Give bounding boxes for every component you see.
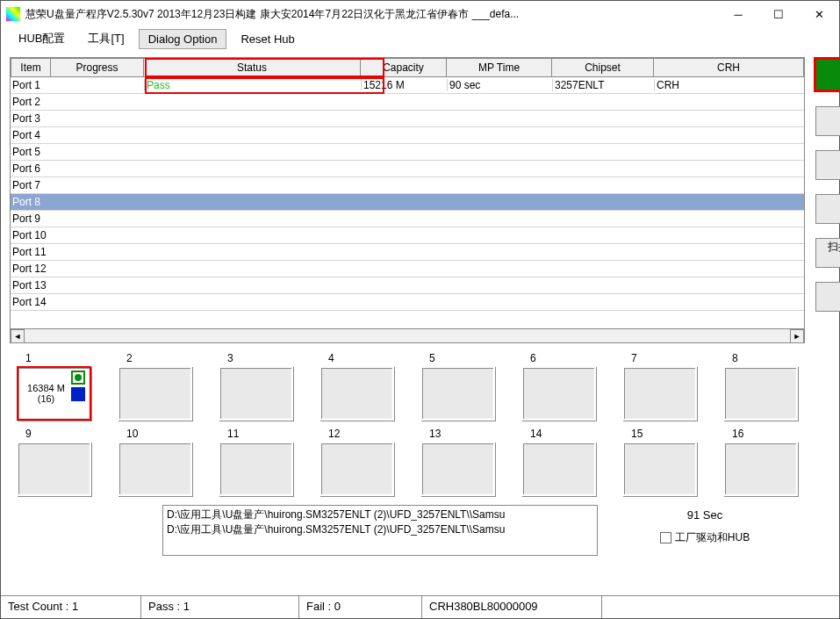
slot-1[interactable]: 116384 M(16) <box>17 352 91 421</box>
slot-label: 1 <box>17 352 91 364</box>
grid-body[interactable]: Port 1Pass15216 M90 sec3257ENLTCRHPort 2… <box>11 77 804 328</box>
table-row[interactable]: Port 2 <box>11 94 804 111</box>
table-row[interactable]: Port 1Pass15216 M90 sec3257ENLTCRH <box>11 77 804 94</box>
start-button[interactable]: 开 始 (空格键) <box>815 106 840 136</box>
table-row[interactable]: Port 3 <box>11 111 804 127</box>
status-ok-icon <box>71 371 85 385</box>
ok-status-badge: OK <box>814 57 840 92</box>
slot-label: 9 <box>17 428 91 440</box>
port-grid: Item Progress Status Capacity MP Time Ch… <box>10 57 805 343</box>
slot-label: 10 <box>118 428 192 440</box>
scroll-left-icon[interactable]: ◄ <box>11 329 25 343</box>
scan-usb-button[interactable]: 扫描USB设备 (F5) <box>815 238 840 268</box>
col-mptime[interactable]: MP Time <box>447 58 552 77</box>
slot-label: 12 <box>319 428 394 440</box>
slot-label: 3 <box>219 352 293 364</box>
log-textbox[interactable]: D:\应用工具\U盘量产\huirong.SM3257ENLT (2)\UFD_… <box>162 505 598 556</box>
device-slots: 116384 M(16)2345678 910111213141516 <box>10 352 805 496</box>
slot-7[interactable]: 7 <box>622 352 697 421</box>
slot-label: 6 <box>521 352 596 364</box>
timer-label: 91 Sec <box>687 508 722 522</box>
scroll-right-icon[interactable]: ► <box>790 329 804 343</box>
settings-button[interactable]: 设置 <box>815 194 840 224</box>
close-button[interactable]: ✕ <box>799 1 839 27</box>
slot-14[interactable]: 14 <box>521 428 596 496</box>
slot-12[interactable]: 12 <box>319 428 394 496</box>
slot-4[interactable]: 4 <box>319 352 394 421</box>
status-bar: Test Count : 1 Pass : 1 Fail : 0 CRH380B… <box>1 595 839 618</box>
checkbox-icon[interactable] <box>660 532 671 543</box>
slot-label: 13 <box>420 428 495 440</box>
slot-15[interactable]: 15 <box>622 428 697 496</box>
titlebar: 慧荣U盘量产程序V2.5.30v7 2013年12月23日构建 康大安2014年… <box>1 1 839 27</box>
slot-10[interactable]: 10 <box>118 428 192 496</box>
table-row[interactable]: Port 8 <box>11 194 804 211</box>
maximize-button[interactable]: ☐ <box>758 1 799 27</box>
table-row[interactable]: Port 6 <box>11 161 804 177</box>
table-row[interactable]: Port 5 <box>11 144 804 161</box>
checkbox-label: 工厂驱动和HUB <box>675 530 750 545</box>
slot-11[interactable]: 11 <box>219 428 293 496</box>
status-box-icon <box>71 387 85 401</box>
horizontal-scrollbar[interactable]: ◄ ► <box>11 328 804 342</box>
menubar: HUB配置 工具[T] Dialog Option Reset Hub <box>1 27 839 50</box>
left-column: Item Progress Status Capacity MP Time Ch… <box>10 57 805 592</box>
table-row[interactable]: Port 14 <box>11 294 804 311</box>
col-capacity[interactable]: Capacity <box>361 58 447 77</box>
slot-5[interactable]: 5 <box>420 352 495 421</box>
table-row[interactable]: Port 10 <box>11 227 804 244</box>
table-row[interactable]: Port 9 <box>11 211 804 227</box>
minimize-button[interactable]: ─ <box>718 1 758 27</box>
table-row[interactable]: Port 12 <box>11 261 804 277</box>
slot-label: 7 <box>622 352 697 364</box>
menu-reset-hub[interactable]: Reset Hub <box>232 30 303 48</box>
app-icon <box>6 7 20 21</box>
slot-label: 8 <box>723 352 798 364</box>
window-title: 慧荣U盘量产程序V2.5.30v7 2013年12月23日构建 康大安2014年… <box>25 7 718 22</box>
slot-16[interactable]: 16 <box>723 428 798 496</box>
slot-8[interactable]: 8 <box>723 352 798 421</box>
log-line: D:\应用工具\U盘量产\huirong.SM3257ENLT (2)\UFD_… <box>167 507 593 522</box>
table-row[interactable]: Port 13 <box>11 277 804 294</box>
slot-13[interactable]: 13 <box>420 428 495 496</box>
col-progress[interactable]: Progress <box>51 58 144 77</box>
slot-9[interactable]: 9 <box>17 428 91 496</box>
log-area: D:\应用工具\U盘量产\huirong.SM3257ENLT (2)\UFD_… <box>10 505 805 556</box>
log-line: D:\应用工具\U盘量产\huirong.SM3257ENLT (2)\UFD_… <box>167 522 593 537</box>
col-status[interactable]: Status <box>144 58 361 77</box>
factory-driver-checkbox-row[interactable]: 工厂驱动和HUB <box>660 530 750 545</box>
col-crh[interactable]: CRH <box>654 58 804 77</box>
slot-label: 11 <box>219 428 293 440</box>
table-row[interactable]: Port 11 <box>11 244 804 261</box>
col-chipset[interactable]: Chipset <box>552 58 654 77</box>
col-item[interactable]: Item <box>11 58 51 77</box>
work-area: Item Progress Status Capacity MP Time Ch… <box>1 50 839 595</box>
menu-hub-config[interactable]: HUB配置 <box>10 28 74 49</box>
status-empty <box>602 596 839 618</box>
table-row[interactable]: Port 4 <box>11 127 804 144</box>
status-fail-count: Fail : 0 <box>299 596 422 618</box>
slot-2[interactable]: 2 <box>118 352 192 421</box>
slot-3[interactable]: 3 <box>219 352 293 421</box>
grid-header: Item Progress Status Capacity MP Time Ch… <box>11 58 804 77</box>
menu-tools[interactable]: 工具[T] <box>79 28 133 49</box>
status-test-count: Test Count : 1 <box>1 596 141 618</box>
debug-button[interactable]: 调试 <box>815 282 840 312</box>
slot-label: 4 <box>319 352 394 364</box>
slot-label: 5 <box>420 352 495 364</box>
status-serial: CRH380BL80000009 <box>422 596 602 618</box>
slot-label: 15 <box>622 428 697 440</box>
menu-dialog-option[interactable]: Dialog Option <box>139 29 227 49</box>
status-pass-count: Pass : 1 <box>141 596 299 618</box>
slot-label: 16 <box>723 428 798 440</box>
exit-button[interactable]: 退出 <box>815 150 840 180</box>
right-column: OK 开 始 (空格键) 退出 设置 扫描USB设备 (F5) 调试 <box>814 57 840 592</box>
slot-label: 2 <box>118 352 192 364</box>
slot-6[interactable]: 6 <box>521 352 596 421</box>
slot-label: 14 <box>521 428 596 440</box>
table-row[interactable]: Port 7 <box>11 177 804 194</box>
app-window: 慧荣U盘量产程序V2.5.30v7 2013年12月23日构建 康大安2014年… <box>0 0 840 619</box>
